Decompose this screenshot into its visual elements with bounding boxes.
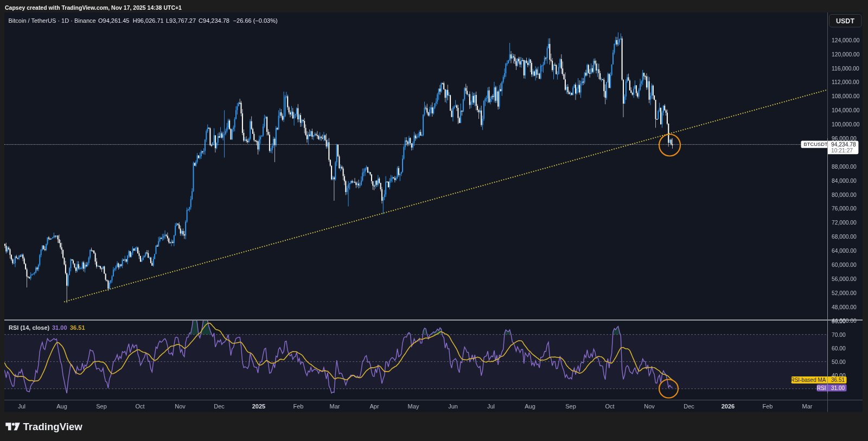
svg-text:60.00: 60.00: [832, 346, 846, 351]
svg-text:48,000.00: 48,000.00: [832, 304, 857, 310]
svg-text:TradingView: TradingView: [23, 421, 83, 432]
svg-text:64,000.00: 64,000.00: [832, 248, 857, 254]
svg-text:Sep: Sep: [565, 403, 576, 410]
svg-text:10:21:27: 10:21:27: [831, 148, 853, 154]
svg-text:124,000.00: 124,000.00: [832, 37, 860, 43]
svg-text:O94,261.45: O94,261.45: [98, 17, 130, 24]
svg-text:Jul: Jul: [487, 403, 495, 410]
svg-text:−26.66 (−0.03%): −26.66 (−0.03%): [233, 17, 278, 24]
svg-text:100,000.00: 100,000.00: [832, 122, 860, 127]
svg-text:Mar: Mar: [330, 403, 340, 410]
svg-text:Dec: Dec: [214, 403, 225, 410]
svg-text:Aug: Aug: [56, 403, 67, 410]
svg-text:Dec: Dec: [684, 403, 694, 410]
svg-text:Bitcoin / TetherUS · 1D · Bina: Bitcoin / TetherUS · 1D · Binance: [9, 17, 96, 24]
svg-text:112,000.00: 112,000.00: [832, 79, 859, 85]
svg-text:May: May: [408, 403, 419, 410]
svg-text:Oct: Oct: [605, 403, 614, 410]
svg-text:108,000.00: 108,000.00: [832, 93, 860, 99]
svg-text:36.51: 36.51: [831, 377, 845, 383]
svg-text:80.00: 80.00: [832, 318, 846, 324]
svg-text:80,000.00: 80,000.00: [832, 192, 857, 198]
svg-text:116,000.00: 116,000.00: [832, 66, 859, 72]
svg-text:56,000.00: 56,000.00: [832, 276, 857, 282]
svg-text:36.51: 36.51: [70, 324, 85, 331]
svg-text:84,000.00: 84,000.00: [832, 178, 857, 184]
svg-text:RSI: RSI: [817, 385, 826, 391]
svg-text:Capsey created with TradingVie: Capsey created with TradingView.com, Nov…: [5, 4, 182, 11]
svg-text:Feb: Feb: [293, 403, 304, 410]
svg-text:Apr: Apr: [369, 403, 379, 410]
svg-text:70.00: 70.00: [832, 332, 846, 338]
svg-text:2026: 2026: [722, 403, 735, 410]
svg-text:Sep: Sep: [96, 403, 107, 410]
svg-text:120,000.00: 120,000.00: [832, 52, 860, 57]
svg-text:104,000.00: 104,000.00: [832, 107, 860, 113]
svg-text:76,000.00: 76,000.00: [832, 206, 857, 212]
svg-text:52,000.00: 52,000.00: [832, 290, 857, 296]
svg-text:60,000.00: 60,000.00: [832, 262, 857, 268]
svg-text:USDT: USDT: [836, 17, 854, 25]
svg-text:Oct: Oct: [135, 403, 144, 410]
svg-text:BTCUSDT: BTCUSDT: [804, 141, 828, 147]
svg-text:RSI-based MA: RSI-based MA: [790, 377, 826, 383]
svg-text:Nov: Nov: [644, 403, 655, 410]
svg-text:Nov: Nov: [175, 403, 186, 410]
svg-text:Mar: Mar: [802, 403, 813, 410]
svg-text:L93,767.27: L93,767.27: [166, 17, 196, 24]
svg-text:RSI (14, close): RSI (14, close): [9, 324, 50, 331]
svg-text:96,000.00: 96,000.00: [832, 136, 857, 142]
svg-text:68,000.00: 68,000.00: [832, 234, 857, 240]
svg-text:Jun: Jun: [448, 403, 458, 410]
svg-text:31.00: 31.00: [52, 324, 67, 331]
svg-text:72,000.00: 72,000.00: [832, 220, 857, 226]
svg-text:94,234.78: 94,234.78: [831, 142, 856, 148]
svg-text:2025: 2025: [252, 403, 265, 410]
svg-text:H96,026.71: H96,026.71: [133, 17, 164, 24]
svg-text:Feb: Feb: [763, 403, 773, 410]
svg-text:Aug: Aug: [525, 403, 535, 410]
svg-text:Jul: Jul: [18, 403, 25, 410]
svg-text:C94,234.78: C94,234.78: [199, 17, 229, 24]
svg-text:88,000.00: 88,000.00: [832, 164, 857, 170]
svg-text:50.00: 50.00: [832, 359, 846, 365]
svg-text:31.00: 31.00: [831, 385, 845, 391]
